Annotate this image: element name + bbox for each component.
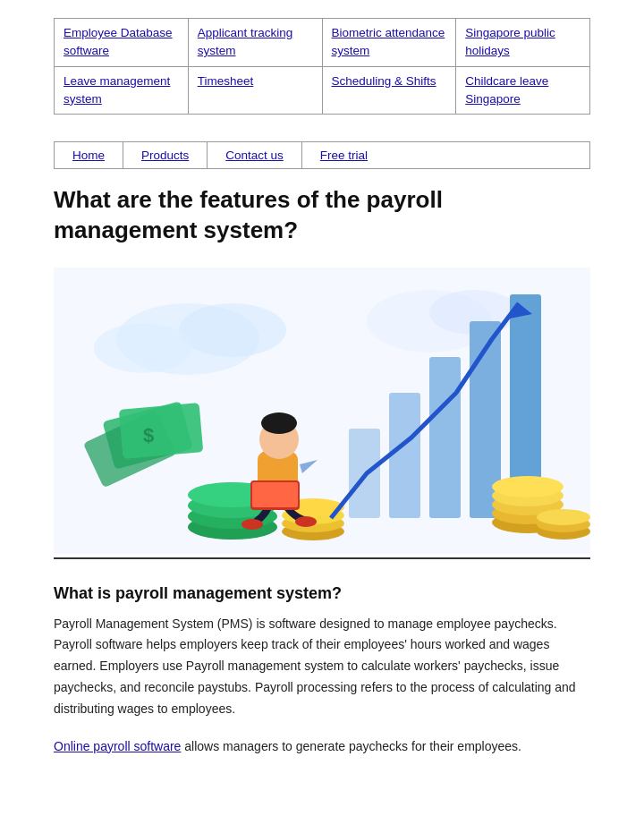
top-link[interactable]: Applicant tracking system bbox=[198, 26, 293, 57]
online-payroll-link[interactable]: Online payroll software bbox=[54, 739, 181, 753]
top-link-cell: Biometric attendance system bbox=[322, 19, 456, 67]
top-link[interactable]: Singapore public holidays bbox=[465, 26, 555, 57]
svg-point-2 bbox=[179, 303, 286, 357]
top-link[interactable]: Scheduling & Shifts bbox=[332, 74, 436, 88]
top-link[interactable]: Leave management system bbox=[64, 74, 170, 106]
top-link-cell: Timesheet bbox=[188, 66, 322, 115]
inline-link-paragraph: Online payroll software allows managers … bbox=[54, 736, 590, 758]
top-link-cell: Employee Database software bbox=[55, 19, 189, 67]
top-link-cell: Leave management system bbox=[55, 66, 189, 115]
top-link-cell: Applicant tracking system bbox=[188, 19, 322, 67]
nav-link-free-trial[interactable]: Free trial bbox=[302, 142, 386, 168]
hero-image: $ bbox=[54, 264, 590, 559]
nav-link-contact-us[interactable]: Contact us bbox=[208, 142, 302, 168]
sub-heading: What is payroll management system? bbox=[54, 584, 590, 603]
svg-point-3 bbox=[94, 323, 192, 373]
svg-point-35 bbox=[261, 412, 297, 434]
top-link[interactable]: Childcare leave Singapore bbox=[465, 74, 548, 106]
nav-bar: HomeProductsContact usFree trial bbox=[54, 141, 590, 169]
svg-point-31 bbox=[242, 519, 263, 530]
top-link-cell: Childcare leave Singapore bbox=[456, 66, 590, 115]
svg-point-15 bbox=[492, 476, 564, 497]
top-links-table: Employee Database softwareApplicant trac… bbox=[54, 18, 590, 115]
svg-rect-37 bbox=[252, 482, 298, 507]
top-link[interactable]: Biometric attendance system bbox=[332, 26, 445, 57]
top-link[interactable]: Employee Database software bbox=[64, 26, 173, 57]
top-link-cell: Singapore public holidays bbox=[456, 19, 590, 67]
nav-link-products[interactable]: Products bbox=[123, 142, 208, 168]
body-paragraph: Payroll Management System (PMS) is softw… bbox=[54, 614, 590, 720]
svg-point-32 bbox=[295, 516, 317, 527]
svg-rect-21 bbox=[119, 403, 203, 459]
main-heading: What are the features of the payroll man… bbox=[54, 185, 590, 246]
svg-point-18 bbox=[537, 509, 590, 525]
top-link[interactable]: Timesheet bbox=[198, 74, 254, 88]
top-link-cell: Scheduling & Shifts bbox=[322, 66, 456, 115]
svg-rect-8 bbox=[429, 357, 461, 518]
inline-link-suffix: allows managers to generate paychecks fo… bbox=[181, 739, 521, 753]
nav-link-home[interactable]: Home bbox=[55, 142, 123, 168]
svg-rect-7 bbox=[389, 393, 420, 518]
svg-text:$: $ bbox=[143, 424, 154, 446]
